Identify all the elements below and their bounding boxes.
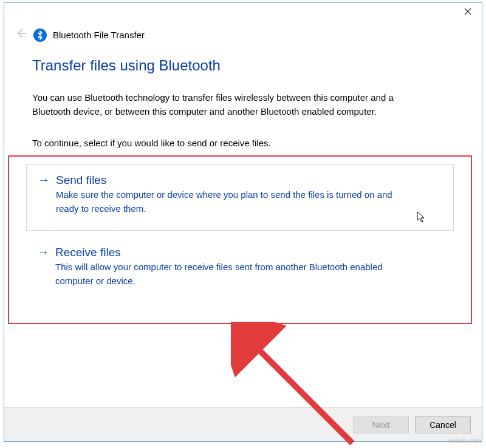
back-button xyxy=(15,27,27,42)
next-button: Next xyxy=(353,416,409,433)
header-row: Bluetooth File Transfer xyxy=(4,24,482,42)
intro-text: You can use Bluetooth technology to tran… xyxy=(32,91,433,118)
receive-files-title: Receive files xyxy=(55,246,121,259)
bluetooth-icon xyxy=(33,29,47,42)
continue-prompt: To continue, select if you would like to… xyxy=(32,138,454,148)
options-highlight: → Send files Make sure the computer or d… xyxy=(8,155,472,324)
back-arrow-icon xyxy=(15,27,27,39)
content-area: Transfer files using Bluetooth You can u… xyxy=(4,42,482,324)
watermark: wsxdn.com xyxy=(448,437,481,444)
footer-bar: Next Cancel xyxy=(4,407,482,441)
receive-files-desc: This will allow your computer to receive… xyxy=(55,260,408,288)
receive-files-option[interactable]: → Receive files This will allow your com… xyxy=(26,237,454,304)
send-files-option[interactable]: → Send files Make sure the computer or d… xyxy=(26,164,454,231)
cancel-button[interactable]: Cancel xyxy=(415,416,471,433)
app-title: Bluetooth File Transfer xyxy=(53,30,145,40)
arrow-right-icon: → xyxy=(38,173,50,187)
send-files-desc: Make sure the computer or device where y… xyxy=(56,188,408,216)
dialog-window: Bluetooth File Transfer Transfer files u… xyxy=(4,2,482,442)
titlebar xyxy=(4,3,482,24)
arrow-right-icon: → xyxy=(37,245,49,259)
cursor-icon xyxy=(417,211,426,225)
close-button[interactable] xyxy=(454,3,482,20)
send-files-title: Send files xyxy=(56,174,106,187)
close-icon xyxy=(464,8,471,15)
page-heading: Transfer files using Bluetooth xyxy=(32,57,454,74)
